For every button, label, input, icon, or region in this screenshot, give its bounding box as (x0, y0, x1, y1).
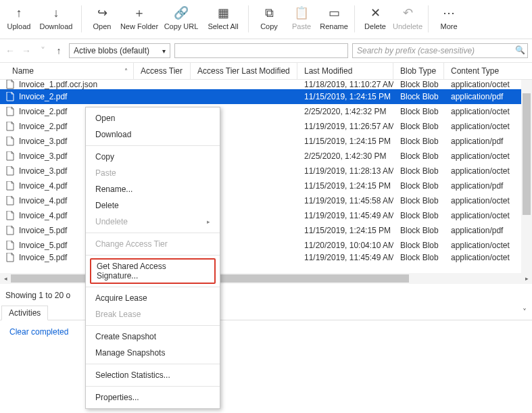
cell-content-type: application/octet (444, 253, 532, 262)
new-folder-label: New Folder (120, 23, 158, 30)
scroll-thumb[interactable] (523, 93, 531, 215)
clear-row: Clear completed (0, 320, 532, 343)
cell-modified: 11/18/2019, 11:10:27 AM (297, 80, 393, 89)
copy-button[interactable]: ⧉ Copy (253, 4, 285, 37)
hscroll-right[interactable]: ▸ (521, 273, 532, 284)
ctx-get-sas[interactable]: Get Shared Access Signature... (90, 258, 216, 284)
cell-blob-type: Block Blob (393, 164, 444, 178)
activities-collapse-icon[interactable]: ˅ (523, 308, 527, 317)
cell-tier-modified (191, 80, 297, 89)
file-name: Invoice_4.pdf (19, 211, 67, 220)
col-content-type[interactable]: Content Type (444, 63, 532, 79)
col-name[interactable]: Name˄ (0, 63, 134, 79)
ctx-properties[interactable]: Properties... (86, 389, 220, 406)
select-all-button[interactable]: ▦ Select All (202, 4, 244, 37)
file-icon (5, 137, 15, 146)
table-row[interactable]: Invoice_5.pdf11/20/2019, 10:04:10 AMBloc… (0, 238, 532, 253)
table-row[interactable]: Invoice_4.pdf11/19/2019, 11:45:49 AMBloc… (0, 208, 532, 223)
table-row[interactable]: Invoice_2.pdf2/25/2020, 1:42:32 PMBlock … (0, 104, 532, 119)
ctx-copy[interactable]: Copy (86, 149, 220, 165)
col-blob-type[interactable]: Blob Type (393, 63, 444, 79)
vertical-scrollbar[interactable] (521, 80, 532, 273)
ctx-manage-snapshots[interactable]: Manage Snapshots (86, 345, 220, 361)
search-input[interactable] (352, 43, 528, 58)
more-icon: ⋯ (443, 5, 455, 20)
file-name: Invoice_5.pdf (19, 241, 67, 250)
cell-modified: 11/20/2019, 10:04:10 AM (297, 238, 393, 253)
table-row[interactable]: Invoice_5.pdf11/15/2019, 1:24:15 PMBlock… (0, 223, 532, 238)
table-row[interactable]: Invoice_2.pdf11/19/2019, 11:26:57 AMBloc… (0, 119, 532, 134)
view-mode-dropdown[interactable]: Active blobs (default) (69, 43, 170, 58)
ctx-separator (86, 325, 220, 326)
file-icon (5, 253, 15, 262)
file-grid: Invoice_1.pdf.ocr.json11/18/2019, 11:10:… (0, 80, 532, 273)
cell-name: Invoice_1.pdf.ocr.json (0, 80, 134, 89)
col-access-tier[interactable]: Access Tier (134, 63, 191, 79)
toolbar: ↑ Upload ↓ Download ↪ Open ＋ New Folder … (0, 0, 532, 39)
col-tier-label: Access Tier (141, 66, 183, 76)
table-row[interactable]: Invoice_2.pdf11/15/2019, 1:24:15 PMBlock… (0, 89, 532, 104)
paste-button: 📋 Paste (285, 4, 318, 37)
cell-content-type: application/octet (444, 80, 532, 89)
address-bar[interactable] (174, 43, 348, 58)
cell-modified: 11/19/2019, 11:45:58 AM (297, 193, 393, 208)
table-row[interactable]: Invoice_3.pdf2/25/2020, 1:42:30 PMBlock … (0, 149, 532, 164)
toolbar-separator (428, 5, 429, 32)
nav-up-button[interactable]: ↑ (53, 45, 65, 57)
cell-blob-type: Block Blob (393, 178, 444, 193)
table-row[interactable]: Invoice_3.pdf11/19/2019, 11:28:13 AMBloc… (0, 164, 532, 178)
cell-blob-type: Block Blob (393, 104, 444, 119)
ctx-download[interactable]: Download (86, 126, 220, 143)
ctx-separator (86, 255, 220, 256)
table-row[interactable]: Invoice_4.pdf11/15/2019, 1:24:15 PMBlock… (0, 178, 532, 193)
ctx-open[interactable]: Open (86, 110, 220, 126)
cell-content-type: application/octet (444, 208, 532, 223)
file-name: Invoice_5.pdf (19, 226, 67, 235)
hscroll-left[interactable]: ◂ (0, 273, 11, 284)
new-folder-button[interactable]: ＋ New Folder (118, 4, 160, 37)
delete-button[interactable]: ✕ Delete (359, 4, 391, 37)
col-tier-modified[interactable]: Access Tier Last Modified (191, 63, 297, 79)
cell-modified: 11/19/2019, 11:45:49 AM (297, 208, 393, 223)
clear-completed-link[interactable]: Clear completed (9, 327, 68, 337)
col-last-modified[interactable]: Last Modified (297, 63, 393, 79)
cell-blob-type: Block Blob (393, 253, 444, 262)
horizontal-scrollbar[interactable]: ◂ ▸ (0, 273, 532, 284)
table-row[interactable]: Invoice_5.pdf11/19/2019, 11:45:49 AMBloc… (0, 253, 532, 262)
ctx-break-lease: Break Lease (86, 306, 220, 322)
cell-content-type: application/octet (444, 164, 532, 178)
nav-history-button: ˅ (37, 45, 49, 57)
download-button[interactable]: ↓ Download (35, 4, 77, 37)
more-button[interactable]: ⋯ More (433, 4, 465, 37)
cell-content-type: application/octet (444, 119, 532, 134)
cell-content-type: application/pdf (444, 223, 532, 238)
ctx-undelete: Undelete (86, 214, 220, 230)
copy-url-button[interactable]: 🔗 Copy URL (160, 4, 202, 37)
undo-icon: ↶ (403, 5, 413, 20)
ctx-undelete-label: Undelete (95, 217, 128, 226)
cell-modified: 11/15/2019, 1:24:15 PM (297, 178, 393, 193)
table-row[interactable]: Invoice_3.pdf11/15/2019, 1:24:15 PMBlock… (0, 134, 532, 149)
search-icon[interactable]: 🔍 (515, 45, 525, 55)
activities-tab[interactable]: Activities (1, 306, 48, 320)
context-menu: Open Download Copy Paste Rename... Delet… (85, 107, 220, 409)
ctx-selection-stats[interactable]: Selection Statistics... (86, 367, 220, 383)
toolbar-separator (354, 5, 355, 32)
file-name: Invoice_2.pdf (19, 107, 67, 116)
ctx-create-snapshot[interactable]: Create Snapshot (86, 329, 220, 345)
open-button[interactable]: ↪ Open (86, 4, 118, 37)
view-mode-label: Active blobs (default) (74, 46, 149, 55)
ctx-rename[interactable]: Rename... (86, 181, 220, 197)
ctx-acquire-lease[interactable]: Acquire Lease (86, 290, 220, 306)
cell-modified: 2/25/2020, 1:42:30 PM (297, 149, 393, 164)
table-row[interactable]: Invoice_4.pdf11/19/2019, 11:45:58 AMBloc… (0, 193, 532, 208)
ctx-separator (86, 364, 220, 364)
file-name: Invoice_3.pdf (19, 151, 67, 161)
cell-content-type: application/pdf (444, 89, 532, 104)
ctx-delete[interactable]: Delete (86, 197, 220, 214)
file-icon (5, 107, 15, 116)
upload-icon: ↑ (16, 5, 22, 20)
rename-button[interactable]: ▭ Rename (318, 4, 350, 37)
upload-button[interactable]: ↑ Upload (3, 4, 35, 37)
table-row[interactable]: Invoice_1.pdf.ocr.json11/18/2019, 11:10:… (0, 80, 532, 89)
